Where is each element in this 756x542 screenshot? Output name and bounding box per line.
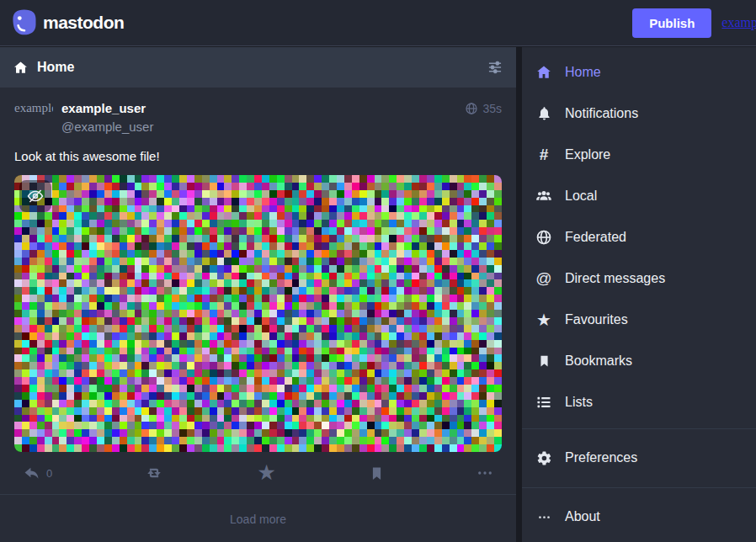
- visibility-globe-icon: [465, 102, 478, 115]
- sidebar-item-label: Lists: [565, 395, 593, 410]
- ellipsis-icon: [534, 510, 554, 524]
- star-icon: ★: [534, 311, 554, 328]
- sidebar-item-label: Favourites: [565, 312, 628, 327]
- ellipsis-icon: [476, 465, 493, 481]
- home-timeline-column: Home example_user example_user @example_…: [0, 47, 516, 542]
- avatar[interactable]: example_user: [14, 99, 53, 138]
- sidebar-item-preferences[interactable]: Preferences: [522, 434, 756, 481]
- sidebar-item-label: Local: [565, 189, 597, 204]
- column-settings-icon[interactable]: [487, 59, 503, 76]
- display-name[interactable]: example_user: [61, 101, 153, 115]
- home-icon: [534, 64, 554, 81]
- status-post: example_user example_user @example_user …: [0, 88, 516, 494]
- timestamp: 35s: [482, 102, 502, 115]
- sidebar-item-label: Bookmarks: [565, 353, 632, 369]
- list-icon: [534, 394, 554, 411]
- navigation-panel: Home Notifications # Explore Local: [522, 47, 756, 542]
- bookmark-icon: [534, 353, 554, 369]
- gear-icon: [534, 450, 554, 466]
- publish-button[interactable]: Publish: [632, 8, 711, 38]
- sidebar-item-notifications[interactable]: Notifications: [522, 93, 756, 134]
- top-bar: mastodon Publish examp: [0, 0, 756, 46]
- sidebar-item-bookmarks[interactable]: Bookmarks: [522, 340, 756, 381]
- sidebar-item-home[interactable]: Home: [522, 51, 756, 93]
- status-meta[interactable]: 35s: [465, 99, 502, 138]
- mastodon-logo-icon: [10, 8, 38, 38]
- reply-icon: [23, 465, 40, 482]
- bell-icon: [534, 105, 554, 122]
- at-icon: @: [534, 270, 554, 287]
- sidebar-item-label: Home: [565, 65, 601, 80]
- sidebar-divider: [522, 428, 756, 429]
- sidebar-item-label: Notifications: [565, 106, 638, 121]
- mastodon-wordmark: mastodon: [43, 13, 124, 33]
- account-name-block[interactable]: example_user @example_user: [61, 99, 153, 138]
- sidebar-item-label: Preferences: [565, 450, 637, 465]
- bookmark-button[interactable]: [366, 462, 387, 485]
- sidebar-item-label: Direct messages: [565, 271, 665, 286]
- eye-slash-icon: [26, 187, 45, 205]
- sidebar-item-local[interactable]: Local: [522, 175, 756, 216]
- home-icon: [13, 60, 29, 76]
- sidebar-item-federated[interactable]: Federated: [522, 216, 756, 258]
- hashtag-icon: #: [534, 146, 554, 163]
- account-handle: @example_user: [61, 120, 153, 134]
- sidebar-item-about[interactable]: About: [522, 493, 756, 540]
- column-title: Home: [37, 60, 74, 75]
- sidebar-item-direct-messages[interactable]: @ Direct messages: [522, 258, 756, 299]
- status-action-bar: 0 ★: [14, 452, 502, 494]
- media-attachment[interactable]: [14, 175, 502, 452]
- mastodon-logo[interactable]: mastodon: [10, 8, 124, 38]
- reply-count: 0: [46, 467, 52, 480]
- sidebar-item-lists[interactable]: Lists: [522, 381, 756, 422]
- bookmark-icon: [370, 465, 384, 481]
- sidebar-item-label: Federated: [565, 230, 626, 245]
- more-options-button[interactable]: [473, 461, 497, 485]
- sidebar-item-label: About: [565, 509, 600, 524]
- attachment-noise-canvas: [14, 175, 502, 452]
- favourite-button[interactable]: ★: [253, 461, 280, 485]
- column-header[interactable]: Home: [0, 47, 516, 88]
- sidebar-item-explore[interactable]: # Explore: [522, 134, 756, 175]
- corner-user-link[interactable]: examp: [721, 15, 756, 30]
- hide-media-button[interactable]: [19, 180, 51, 212]
- users-icon: [534, 188, 554, 205]
- sidebar-divider: [522, 487, 756, 488]
- boost-button[interactable]: [141, 460, 167, 486]
- boost-icon: [145, 464, 163, 482]
- status-header: example_user example_user @example_user …: [14, 99, 502, 138]
- load-more-button[interactable]: Load more: [0, 494, 516, 542]
- reply-button[interactable]: 0: [19, 461, 56, 486]
- sidebar-item-label: Explore: [565, 147, 610, 162]
- globe-icon: [534, 229, 554, 246]
- sidebar-item-favourites[interactable]: ★ Favourites: [522, 299, 756, 340]
- star-icon: ★: [257, 465, 277, 481]
- status-content: Look at this awesome file!: [14, 149, 502, 163]
